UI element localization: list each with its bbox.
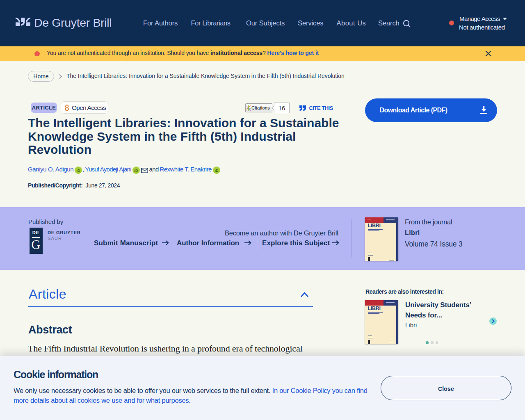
- svg-text:iD: iD: [77, 169, 81, 173]
- svg-text:iD: iD: [134, 169, 138, 173]
- svg-text:iD: iD: [215, 169, 219, 173]
